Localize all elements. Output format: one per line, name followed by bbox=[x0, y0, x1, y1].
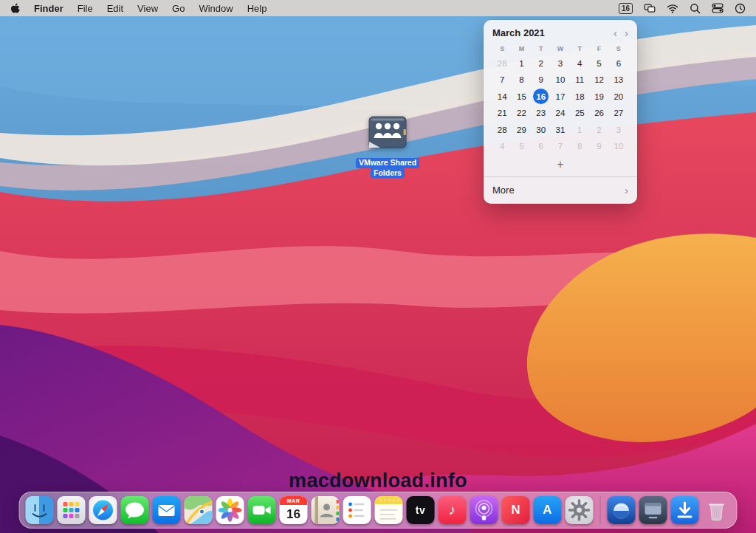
calendar-day-7[interactable]: 7 bbox=[495, 72, 510, 88]
dock-item-news[interactable]: N bbox=[502, 496, 530, 524]
menu-extra-date-badge[interactable]: 16 bbox=[619, 3, 633, 14]
icon-label-line1: VMware Shared bbox=[356, 158, 419, 168]
dock-item-launchpad[interactable] bbox=[58, 496, 86, 524]
apple-menu-icon[interactable] bbox=[10, 3, 20, 14]
calendar-day-9[interactable]: 9 bbox=[533, 72, 549, 88]
calendar-more-row[interactable]: More › bbox=[492, 177, 628, 204]
calendar-day-4-adjacent[interactable]: 4 bbox=[495, 139, 510, 154]
dock-item-tv[interactable]: tv bbox=[407, 496, 435, 524]
calendar-day-2[interactable]: 2 bbox=[533, 55, 549, 71]
dock-item-facetime[interactable] bbox=[248, 496, 276, 524]
calendar-day-9-adjacent[interactable]: 9 bbox=[591, 139, 607, 154]
calendar-add-button[interactable]: + bbox=[492, 154, 628, 176]
calendar-day-14[interactable]: 14 bbox=[495, 89, 510, 104]
control-center-icon[interactable] bbox=[712, 3, 724, 13]
tv-icon-label: tv bbox=[407, 496, 435, 524]
dock-item-app-dark[interactable] bbox=[639, 496, 667, 524]
dock-item-downloads[interactable] bbox=[671, 496, 699, 524]
menu-item-file[interactable]: File bbox=[78, 3, 93, 14]
search-icon[interactable] bbox=[690, 3, 701, 14]
calendar-prev-icon[interactable]: ‹ bbox=[614, 27, 617, 38]
dock-item-reminders[interactable] bbox=[343, 496, 371, 524]
calendar-day-24[interactable]: 24 bbox=[552, 106, 568, 121]
clock-icon[interactable] bbox=[735, 3, 746, 14]
dock-item-messages[interactable] bbox=[121, 496, 149, 524]
calendar-icon-month: MAR bbox=[280, 496, 308, 505]
menu-item-window[interactable]: Window bbox=[199, 3, 233, 14]
calendar-day-3-adjacent[interactable]: 3 bbox=[611, 122, 626, 137]
calendar-day-26[interactable]: 26 bbox=[591, 106, 607, 121]
calendar-day-11[interactable]: 11 bbox=[572, 72, 588, 88]
shared-folders-drive-icon bbox=[353, 115, 422, 155]
calendar-day-4[interactable]: 4 bbox=[572, 55, 588, 71]
calendar-day-23[interactable]: 23 bbox=[533, 106, 549, 121]
calendar-day-1-adjacent[interactable]: 1 bbox=[572, 122, 588, 137]
calendar-day-30[interactable]: 30 bbox=[533, 122, 549, 137]
calendar-day-6[interactable]: 6 bbox=[611, 55, 626, 71]
dock-item-safari[interactable] bbox=[89, 496, 117, 524]
calendar-day-19[interactable]: 19 bbox=[591, 89, 607, 104]
displays-icon[interactable] bbox=[644, 2, 656, 14]
calendar-day-2-adjacent[interactable]: 2 bbox=[591, 122, 607, 137]
calendar-day-3[interactable]: 3 bbox=[552, 55, 568, 71]
menu-item-view[interactable]: View bbox=[137, 3, 158, 14]
calendar-day-8-adjacent[interactable]: 8 bbox=[572, 139, 588, 154]
calendar-day-27[interactable]: 27 bbox=[611, 106, 626, 121]
calendar-day-5-adjacent[interactable]: 5 bbox=[514, 139, 529, 154]
calendar-day-16[interactable]: 16 bbox=[533, 89, 549, 104]
dock-item-system-preferences[interactable] bbox=[566, 496, 594, 524]
dock-item-trash[interactable] bbox=[703, 496, 731, 524]
calendar-day-18[interactable]: 18 bbox=[572, 89, 588, 104]
menu-item-go[interactable]: Go bbox=[172, 3, 185, 14]
dock-item-app-blue[interactable] bbox=[608, 496, 636, 524]
menu-item-help[interactable]: Help bbox=[247, 3, 267, 14]
menu-app-name[interactable]: Finder bbox=[34, 3, 63, 14]
dock-item-finder[interactable] bbox=[26, 496, 54, 524]
dock-item-podcasts[interactable] bbox=[470, 496, 498, 524]
menu-item-edit[interactable]: Edit bbox=[107, 3, 123, 14]
dock-separator bbox=[600, 496, 601, 524]
calendar-icon-day: 16 bbox=[280, 505, 308, 524]
calendar-next-icon[interactable]: › bbox=[625, 27, 628, 38]
calendar-day-29[interactable]: 29 bbox=[514, 122, 529, 137]
calendar-day-1[interactable]: 1 bbox=[514, 55, 529, 71]
calendar-day-17[interactable]: 17 bbox=[552, 89, 568, 104]
dock-item-calendar[interactable]: MAR 16 bbox=[280, 496, 308, 524]
wifi-icon[interactable] bbox=[667, 4, 678, 13]
music-note-icon: ♪ bbox=[439, 496, 467, 524]
dock-item-photos[interactable] bbox=[216, 496, 244, 524]
calendar-day-25[interactable]: 25 bbox=[572, 106, 588, 121]
dock-item-notes[interactable] bbox=[375, 496, 403, 524]
calendar-day-28[interactable]: 28 bbox=[495, 122, 510, 137]
dock: MAR 16 tv bbox=[19, 492, 738, 529]
calendar-more-label[interactable]: More bbox=[492, 185, 515, 196]
calendar-day-10-adjacent[interactable]: 10 bbox=[611, 139, 626, 154]
calendar-day-15[interactable]: 15 bbox=[514, 89, 529, 104]
calendar-day-31[interactable]: 31 bbox=[552, 122, 568, 137]
calendar-month-title: March 2021 bbox=[492, 27, 545, 38]
calendar-day-13[interactable]: 13 bbox=[611, 72, 626, 88]
dock-item-maps[interactable] bbox=[185, 496, 213, 524]
calendar-day-12[interactable]: 12 bbox=[591, 72, 607, 88]
desktop-icon-vmware-shared-folders[interactable]: VMware Shared Folders bbox=[353, 115, 422, 178]
calendar-day-7-adjacent[interactable]: 7 bbox=[552, 139, 568, 154]
watermark-text: macdownload.info bbox=[0, 470, 756, 492]
calendar-day-28-adjacent[interactable]: 28 bbox=[495, 55, 510, 71]
calendar-day-22[interactable]: 22 bbox=[514, 106, 529, 121]
chevron-right-icon: › bbox=[625, 184, 628, 196]
calendar-day-8[interactable]: 8 bbox=[514, 72, 529, 88]
calendar-day-5[interactable]: 5 bbox=[591, 55, 607, 71]
dock-item-music[interactable]: ♪ bbox=[439, 496, 467, 524]
calendar-dow-header: F bbox=[589, 45, 608, 52]
dock-item-mail[interactable] bbox=[153, 496, 181, 524]
calendar-grid: 2812345678910111213141516171819202122232… bbox=[492, 55, 628, 154]
calendar-day-20[interactable]: 20 bbox=[611, 89, 626, 104]
calendar-day-10[interactable]: 10 bbox=[552, 72, 568, 88]
calendar-day-21[interactable]: 21 bbox=[495, 106, 510, 121]
calendar-day-headers: SMTWTFS bbox=[492, 45, 628, 52]
menu-items: FileEditViewGoWindowHelp bbox=[78, 3, 267, 14]
dock-item-contacts[interactable] bbox=[312, 496, 340, 524]
calendar-day-6-adjacent[interactable]: 6 bbox=[533, 139, 549, 154]
dock-item-app-store[interactable]: A bbox=[534, 496, 562, 524]
calendar-dow-header: S bbox=[492, 45, 512, 52]
